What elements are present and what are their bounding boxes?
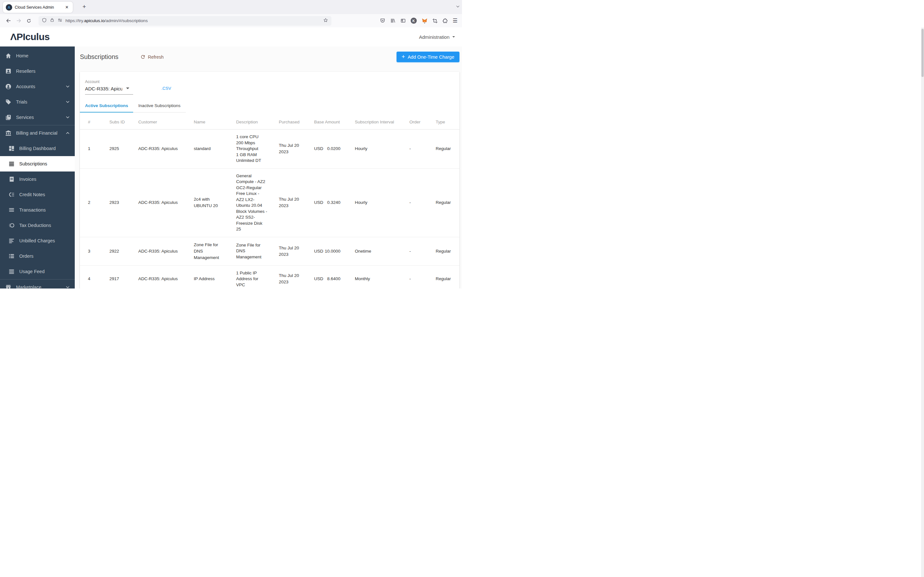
sidebar-item-resellers[interactable]: Resellers — [0, 63, 75, 79]
sidebar-item-label: Marketplace — [16, 285, 41, 288]
cell-type: Regular — [436, 266, 459, 288]
screenshot-crop-icon[interactable] — [433, 18, 438, 23]
tab-close-icon[interactable]: ✕ — [64, 4, 70, 10]
tab-title: Cloud Services Admin — [15, 5, 61, 10]
menu-hamburger-icon[interactable]: ☰ — [453, 18, 457, 23]
currency-code: USD — [314, 276, 323, 282]
extension-puzzle-icon[interactable] — [443, 18, 448, 23]
sidebar-item-services[interactable]: Services — [0, 110, 75, 125]
marketplace-icon — [5, 284, 11, 288]
cell-subs-id: 2923 — [110, 168, 138, 237]
cell-base-amount: USD10.0000 — [314, 237, 355, 266]
cell-name: IP Address — [194, 266, 236, 288]
pocket-icon[interactable] — [380, 18, 385, 23]
cell-base-amount: USD8.6400 — [314, 266, 355, 288]
sidebar-item-credit-notes[interactable]: Credit Notes — [0, 187, 75, 202]
sidebar-nav: HomeResellersAccountsTrialsServicesBilli… — [0, 47, 75, 288]
sidebar-item-invoices[interactable]: Invoices — [0, 171, 75, 187]
cell-purchased: Thu Jul 20 2023 — [279, 129, 314, 169]
cell-order: - — [409, 237, 436, 266]
tracking-shield-icon[interactable] — [42, 18, 47, 24]
account-select[interactable]: ADC-R335: Apiculus — [85, 84, 133, 95]
amount-value: 0.3240 — [327, 199, 341, 206]
account-select-group: Account ADC-R335: Apiculus — [85, 79, 133, 95]
subscriptions-card: Account ADC-R335: Apiculus .CSV Active S… — [80, 72, 459, 288]
sidebar-item-label: Credit Notes — [19, 192, 45, 197]
cell-num: 1 — [80, 129, 110, 169]
table-header-row: #Subs IDCustomerNameDescriptionPurchased… — [80, 116, 459, 129]
sidebar-item-orders[interactable]: Orders — [0, 248, 75, 264]
url-bar[interactable]: https://try.apiculus.io/admin/#/subscrip… — [39, 16, 331, 26]
chevron-down-icon — [65, 84, 70, 89]
forward-button[interactable] — [13, 16, 24, 26]
cell-type: Regular — [436, 237, 459, 266]
cell-subs-id: 2917 — [110, 266, 138, 288]
reload-button[interactable] — [24, 16, 34, 26]
metamask-fox-icon[interactable] — [422, 18, 428, 24]
billing-dashboard-icon — [8, 145, 15, 152]
sidebar-item-label: Subscriptions — [19, 161, 47, 166]
table-row[interactable]: 32922ADC-R335: ApiculusZone File for DNS… — [80, 237, 459, 266]
cell-name: standard — [194, 129, 236, 169]
cell-name: Zone File for DNS Management — [194, 237, 236, 266]
cell-base-amount: USD0.3240 — [314, 168, 355, 237]
cell-interval: Hourly — [355, 129, 409, 169]
sidebar-item-billing-and-financial[interactable]: Billing and Financial — [0, 125, 75, 141]
table-row[interactable]: 42917ADC-R335: ApiculusIP Address1 Publi… — [80, 266, 459, 288]
permissions-icon[interactable] — [57, 18, 63, 24]
profile-avatar-k[interactable]: K — [411, 18, 417, 24]
back-button[interactable] — [3, 16, 13, 26]
add-one-time-charge-button[interactable]: + Add One-Time Charge — [397, 52, 459, 62]
sidebar-item-accounts[interactable]: Accounts — [0, 79, 75, 94]
page-title: Subscriptions — [80, 53, 118, 61]
chevron-down-icon — [452, 36, 455, 39]
sidebar-item-unbilled-charges[interactable]: Unbilled Charges — [0, 233, 75, 248]
refresh-icon — [140, 54, 145, 60]
new-tab-button[interactable]: + — [80, 3, 89, 11]
sidebar-item-billing-dashboard[interactable]: Billing Dashboard — [0, 141, 75, 156]
sidebar-item-label: Accounts — [16, 84, 35, 89]
table-row[interactable]: 22923ADC-R335: Apiculus2c4 with UBUNTU 2… — [80, 168, 459, 237]
sidebar-item-marketplace[interactable]: Marketplace — [0, 279, 75, 288]
currency-code: USD — [314, 248, 323, 255]
sidebar-item-label: Tax Deductions — [19, 223, 51, 228]
table-row[interactable]: 12925ADC-R335: Apiculusstandard1 core CP… — [80, 129, 459, 169]
tab-active-subscriptions[interactable]: Active Subscriptions — [80, 100, 133, 113]
cell-description: 1 Public IP Address for VPC — [236, 266, 279, 288]
column-header: Description — [236, 116, 279, 129]
sidebar-item-subscriptions[interactable]: Subscriptions — [0, 156, 75, 171]
sidebar-toggle-icon[interactable] — [401, 18, 406, 23]
csv-export-link[interactable]: .CSV — [162, 86, 171, 95]
sidebar-item-usage-feed[interactable]: Usage Feed — [0, 264, 75, 279]
chevron-down-icon — [126, 87, 129, 91]
cell-description: General Compute - AZ2 GC2-Regular Free L… — [236, 168, 279, 237]
cell-order: - — [409, 168, 436, 237]
browser-tab[interactable]: Λ Cloud Services Admin ✕ — [3, 2, 73, 13]
refresh-button[interactable]: Refresh — [140, 54, 164, 60]
cell-purchased: Thu Jul 20 2023 — [279, 168, 314, 237]
trials-icon — [5, 99, 11, 105]
amount-value: 8.6400 — [327, 276, 341, 282]
account-label: Account — [85, 79, 133, 84]
sidebar-item-tax-deductions[interactable]: Tax Deductions — [0, 218, 75, 233]
list-all-tabs-chevron-icon[interactable] — [456, 4, 460, 10]
column-header: Base Amount — [314, 116, 355, 129]
lock-icon[interactable] — [50, 18, 55, 24]
administration-menu[interactable]: Administration — [419, 34, 455, 40]
cell-purchased: Thu Jul 20 2023 — [279, 237, 314, 266]
cell-order: - — [409, 266, 436, 288]
sidebar-item-trials[interactable]: Trials — [0, 94, 75, 110]
cell-type: Regular — [436, 129, 459, 169]
sidebar-item-home[interactable]: Home — [0, 48, 75, 63]
tab-inactive-subscriptions[interactable]: Inactive Subscriptions — [133, 100, 186, 112]
cell-customer: ADC-R335: Apiculus — [138, 266, 194, 288]
library-icon[interactable] — [390, 18, 396, 23]
cell-description: Zone File for DNS Management — [236, 237, 279, 266]
column-header: Purchased — [279, 116, 314, 129]
bookmark-star-icon[interactable] — [323, 18, 328, 24]
sidebar-item-transactions[interactable]: Transactions — [0, 202, 75, 218]
cell-subs-id: 2922 — [110, 237, 138, 266]
chevron-down-icon — [65, 99, 70, 105]
billing-icon — [5, 130, 11, 136]
unbilled-charges-icon — [8, 237, 15, 244]
